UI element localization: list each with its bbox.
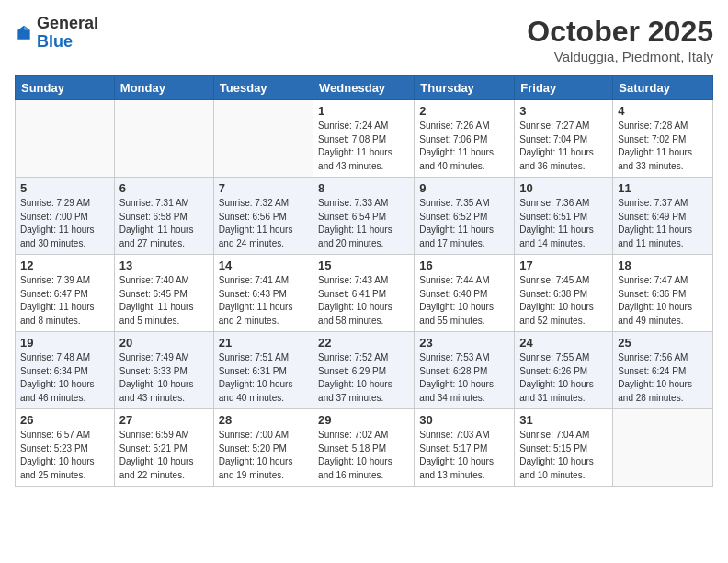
day-info: Sunrise: 7:32 AM Sunset: 6:56 PM Dayligh… (219, 197, 308, 250)
day-info: Sunrise: 7:31 AM Sunset: 6:58 PM Dayligh… (119, 197, 209, 250)
day-info: Sunrise: 7:24 AM Sunset: 7:08 PM Dayligh… (318, 120, 409, 173)
day-info: Sunrise: 7:51 AM Sunset: 6:31 PM Dayligh… (219, 351, 308, 405)
day-info: Sunrise: 7:55 AM Sunset: 6:26 PM Dayligh… (519, 351, 608, 405)
calendar-cell: 24Sunrise: 7:55 AM Sunset: 6:26 PM Dayli… (515, 332, 613, 409)
weekday-header-wednesday: Wednesday (313, 76, 415, 100)
calendar-cell: 23Sunrise: 7:53 AM Sunset: 6:28 PM Dayli… (415, 332, 515, 409)
calendar-cell: 31Sunrise: 7:04 AM Sunset: 5:15 PM Dayli… (515, 409, 613, 487)
day-number: 30 (419, 413, 509, 427)
calendar-cell (613, 409, 713, 487)
calendar-cell: 20Sunrise: 7:49 AM Sunset: 6:33 PM Dayli… (114, 332, 213, 409)
calendar-table: SundayMondayTuesdayWednesdayThursdayFrid… (15, 75, 713, 487)
day-number: 4 (618, 104, 708, 118)
calendar-cell: 14Sunrise: 7:41 AM Sunset: 6:43 PM Dayli… (213, 255, 313, 332)
page-header: General Blue October 2025 Valduggia, Pie… (15, 15, 713, 64)
weekday-header-saturday: Saturday (613, 76, 713, 100)
day-number: 6 (119, 181, 209, 195)
logo-blue-text: Blue (37, 32, 73, 51)
day-info: Sunrise: 7:53 AM Sunset: 6:28 PM Dayligh… (419, 351, 509, 405)
day-info: Sunrise: 7:36 AM Sunset: 6:51 PM Dayligh… (519, 197, 608, 250)
day-info: Sunrise: 7:40 AM Sunset: 6:45 PM Dayligh… (119, 274, 209, 327)
calendar-cell: 16Sunrise: 7:44 AM Sunset: 6:40 PM Dayli… (415, 255, 515, 332)
logo: General Blue (15, 15, 98, 52)
day-info: Sunrise: 7:47 AM Sunset: 6:36 PM Dayligh… (618, 274, 708, 327)
day-number: 23 (419, 336, 509, 350)
logo-icon (15, 24, 33, 42)
day-number: 20 (119, 336, 209, 350)
day-info: Sunrise: 7:26 AM Sunset: 7:06 PM Dayligh… (419, 120, 509, 173)
calendar-week-row: 1Sunrise: 7:24 AM Sunset: 7:08 PM Daylig… (16, 100, 713, 178)
day-number: 22 (318, 336, 409, 350)
day-number: 8 (318, 181, 409, 195)
calendar-cell: 2Sunrise: 7:26 AM Sunset: 7:06 PM Daylig… (415, 100, 515, 178)
day-info: Sunrise: 7:03 AM Sunset: 5:17 PM Dayligh… (419, 429, 509, 482)
day-info: Sunrise: 6:59 AM Sunset: 5:21 PM Dayligh… (119, 429, 209, 482)
calendar-cell (213, 100, 313, 178)
day-info: Sunrise: 7:52 AM Sunset: 6:29 PM Dayligh… (318, 351, 409, 405)
calendar-cell: 11Sunrise: 7:37 AM Sunset: 6:49 PM Dayli… (613, 178, 713, 255)
day-number: 7 (219, 181, 308, 195)
calendar-cell: 7Sunrise: 7:32 AM Sunset: 6:56 PM Daylig… (213, 178, 313, 255)
day-info: Sunrise: 7:56 AM Sunset: 6:24 PM Dayligh… (618, 351, 708, 405)
weekday-header-thursday: Thursday (415, 76, 515, 100)
weekday-header-row: SundayMondayTuesdayWednesdayThursdayFrid… (16, 76, 713, 100)
location-subtitle: Valduggia, Piedmont, Italy (527, 49, 713, 64)
day-info: Sunrise: 7:35 AM Sunset: 6:52 PM Dayligh… (419, 197, 509, 250)
calendar-cell: 27Sunrise: 6:59 AM Sunset: 5:21 PM Dayli… (114, 409, 213, 487)
weekday-header-monday: Monday (114, 76, 213, 100)
calendar-cell (114, 100, 213, 178)
calendar-cell: 6Sunrise: 7:31 AM Sunset: 6:58 PM Daylig… (114, 178, 213, 255)
day-info: Sunrise: 7:49 AM Sunset: 6:33 PM Dayligh… (119, 351, 209, 405)
day-number: 26 (20, 413, 109, 427)
day-number: 2 (419, 104, 509, 118)
day-number: 29 (318, 413, 409, 427)
calendar-cell (16, 100, 115, 178)
day-number: 13 (119, 259, 209, 272)
day-number: 10 (519, 181, 608, 195)
day-info: Sunrise: 7:48 AM Sunset: 6:34 PM Dayligh… (20, 351, 109, 405)
day-number: 25 (618, 336, 708, 350)
day-info: Sunrise: 7:04 AM Sunset: 5:15 PM Dayligh… (519, 429, 608, 482)
day-number: 3 (519, 104, 608, 118)
day-info: Sunrise: 7:27 AM Sunset: 7:04 PM Dayligh… (519, 120, 608, 173)
day-info: Sunrise: 7:45 AM Sunset: 6:38 PM Dayligh… (519, 274, 608, 327)
calendar-cell: 30Sunrise: 7:03 AM Sunset: 5:17 PM Dayli… (415, 409, 515, 487)
calendar-cell: 17Sunrise: 7:45 AM Sunset: 6:38 PM Dayli… (515, 255, 613, 332)
logo-general-text: General (37, 14, 98, 32)
day-number: 1 (318, 104, 409, 118)
calendar-cell: 9Sunrise: 7:35 AM Sunset: 6:52 PM Daylig… (415, 178, 515, 255)
day-number: 12 (20, 259, 109, 272)
calendar-cell: 8Sunrise: 7:33 AM Sunset: 6:54 PM Daylig… (313, 178, 415, 255)
title-block: October 2025 Valduggia, Piedmont, Italy (527, 15, 713, 64)
day-number: 19 (20, 336, 109, 350)
day-number: 15 (318, 259, 409, 272)
day-number: 16 (419, 259, 509, 272)
calendar-week-row: 26Sunrise: 6:57 AM Sunset: 5:23 PM Dayli… (16, 409, 713, 487)
calendar-cell: 25Sunrise: 7:56 AM Sunset: 6:24 PM Dayli… (613, 332, 713, 409)
day-number: 24 (519, 336, 608, 350)
day-info: Sunrise: 7:28 AM Sunset: 7:02 PM Dayligh… (618, 120, 708, 173)
calendar-cell: 26Sunrise: 6:57 AM Sunset: 5:23 PM Dayli… (16, 409, 115, 487)
day-number: 21 (219, 336, 308, 350)
day-number: 11 (618, 181, 708, 195)
day-info: Sunrise: 7:29 AM Sunset: 7:00 PM Dayligh… (20, 197, 109, 250)
calendar-week-row: 5Sunrise: 7:29 AM Sunset: 7:00 PM Daylig… (16, 178, 713, 255)
calendar-cell: 15Sunrise: 7:43 AM Sunset: 6:41 PM Dayli… (313, 255, 415, 332)
calendar-cell: 1Sunrise: 7:24 AM Sunset: 7:08 PM Daylig… (313, 100, 415, 178)
day-info: Sunrise: 7:43 AM Sunset: 6:41 PM Dayligh… (318, 274, 409, 327)
day-number: 31 (519, 413, 608, 427)
calendar-week-row: 19Sunrise: 7:48 AM Sunset: 6:34 PM Dayli… (16, 332, 713, 409)
day-number: 28 (219, 413, 308, 427)
calendar-cell: 19Sunrise: 7:48 AM Sunset: 6:34 PM Dayli… (16, 332, 115, 409)
svg-marker-1 (24, 25, 30, 29)
calendar-cell: 13Sunrise: 7:40 AM Sunset: 6:45 PM Dayli… (114, 255, 213, 332)
day-info: Sunrise: 7:37 AM Sunset: 6:49 PM Dayligh… (618, 197, 708, 250)
calendar-cell: 5Sunrise: 7:29 AM Sunset: 7:00 PM Daylig… (16, 178, 115, 255)
day-number: 5 (20, 181, 109, 195)
calendar-cell: 4Sunrise: 7:28 AM Sunset: 7:02 PM Daylig… (613, 100, 713, 178)
calendar-cell: 12Sunrise: 7:39 AM Sunset: 6:47 PM Dayli… (16, 255, 115, 332)
month-title: October 2025 (527, 15, 713, 49)
calendar-cell: 18Sunrise: 7:47 AM Sunset: 6:36 PM Dayli… (613, 255, 713, 332)
weekday-header-friday: Friday (515, 76, 613, 100)
day-info: Sunrise: 7:02 AM Sunset: 5:18 PM Dayligh… (318, 429, 409, 482)
